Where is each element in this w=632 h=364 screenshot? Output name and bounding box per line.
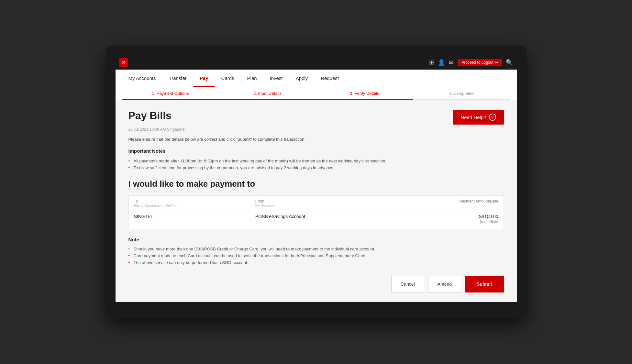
help-button-label: Need Help? [460, 115, 486, 120]
payment-table: To Billing Organisation/Ref No From My A… [128, 195, 504, 229]
submit-wrapper: Submit [465, 276, 504, 292]
important-notes-list: All payments made after 11:30pm (or 8:30… [128, 158, 504, 171]
nav-item-request[interactable]: Request [314, 70, 345, 87]
top-bar: ✕ ⊞ 👤 ✉ Proceed to Logout ↪ 🔍 [116, 55, 517, 70]
important-note-1: All payments made after 11:30pm (or 8:30… [128, 158, 504, 164]
note-3: The above service can only be performed … [128, 259, 504, 266]
nav-bar: My Accounts Transfer Pay Cards Plan Inve… [116, 70, 517, 87]
search-icon[interactable]: 🔍 [506, 59, 513, 66]
top-bar-left: ✕ [119, 58, 128, 67]
main-content: Pay Bills Need Help? ? 27 Jul 2021 10:49… [116, 100, 517, 302]
amend-button[interactable]: Amend [428, 276, 461, 292]
important-notes-title: Important Notes [128, 148, 504, 154]
action-buttons: Cancel Amend Submit [128, 276, 504, 292]
table-header-row: To Billing Organisation/Ref No From My A… [129, 196, 504, 209]
note-title: Note [128, 237, 504, 242]
nav-item-cards[interactable]: Cards [215, 70, 241, 87]
top-bar-right: ⊞ 👤 ✉ Proceed to Logout ↪ 🔍 [429, 59, 513, 66]
nav-item-my-accounts[interactable]: My Accounts [122, 70, 162, 87]
logout-button[interactable]: Proceed to Logout ↪ [458, 59, 502, 66]
col-to-header: To Billing Organisation/Ref No [134, 199, 255, 207]
note-list: Should you have more than one DBS/POSB C… [128, 246, 504, 266]
step-verify-details[interactable]: 3. Verify Details [316, 87, 413, 100]
payment-heading: I would like to make payment to [128, 179, 504, 189]
cancel-button[interactable]: Cancel [391, 276, 424, 292]
col-amount-header: Payment Amount/Date [377, 199, 498, 207]
page-title: Pay Bills [128, 110, 172, 122]
cell-from: POSB eSavings Account [255, 214, 377, 219]
table-row: SINGTEL POSB eSavings Account S$100.00 I… [129, 209, 504, 229]
instruction: Please ensure that the details below are… [128, 137, 504, 142]
content-header: Pay Bills Need Help? ? [128, 110, 504, 125]
timestamp: 27 Jul 2021 10:49 AM Singapore [128, 127, 504, 132]
logout-label: Proceed to Logout [461, 60, 493, 65]
cell-amount: S$100.00 Immediate [377, 214, 498, 224]
nav-item-plan[interactable]: Plan [241, 70, 263, 87]
amount-value: S$100.00 [479, 214, 498, 219]
col-from-header: From My Account [255, 199, 377, 207]
amount-timing: Immediate [480, 220, 498, 224]
help-icon: ? [489, 114, 496, 121]
help-button[interactable]: Need Help? ? [453, 110, 504, 125]
nav-item-apply[interactable]: Apply [289, 70, 315, 87]
network-icon: ⊞ [429, 59, 434, 66]
nav-item-pay[interactable]: Pay [193, 70, 215, 87]
progress-bar: 1. Payment Options 2. Input Details 3. V… [116, 87, 517, 100]
close-button[interactable]: ✕ [119, 58, 128, 67]
important-note-2: To allow sufficient time for processing … [128, 164, 504, 171]
mail-icon: ✉ [449, 59, 454, 66]
cell-to: SINGTEL [134, 214, 255, 219]
logout-icon: ↪ [495, 60, 498, 65]
laptop-frame: ✕ ⊞ 👤 ✉ Proceed to Logout ↪ 🔍 My Account… [106, 46, 527, 318]
step-input-details[interactable]: 2. Input Details [219, 87, 316, 100]
submit-button[interactable]: Submit [467, 277, 502, 291]
nav-item-invest[interactable]: Invest [263, 70, 289, 87]
step-completion[interactable]: 4. Completion [413, 87, 510, 100]
step-payment-options[interactable]: 1. Payment Options [122, 87, 219, 100]
note-2: Card payment made to each Card account c… [128, 252, 504, 259]
note-1: Should you have more than one DBS/POSB C… [128, 246, 504, 252]
nav-item-transfer[interactable]: Transfer [162, 70, 193, 87]
user-icon: 👤 [438, 59, 445, 66]
screen: ✕ ⊞ 👤 ✉ Proceed to Logout ↪ 🔍 My Account… [116, 55, 517, 302]
